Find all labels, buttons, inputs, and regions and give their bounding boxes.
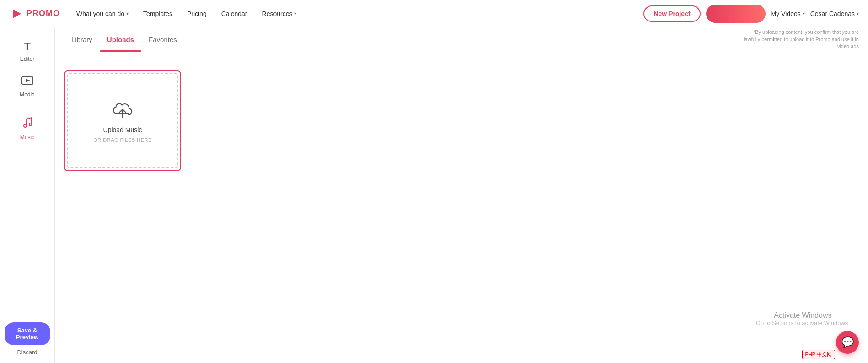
sidebar: T Editor Media Music bbox=[0, 27, 55, 363]
svg-marker-2 bbox=[26, 79, 30, 82]
upload-sub-text: OR DRAG FILES HERE bbox=[93, 137, 152, 143]
chevron-down-icon-my-videos: ▾ bbox=[803, 11, 805, 16]
chevron-down-icon-resources: ▾ bbox=[294, 11, 296, 16]
logo-text: PROMO bbox=[27, 9, 60, 18]
save-preview-button[interactable]: Save & Preview bbox=[5, 322, 50, 345]
chevron-down-icon-user: ▾ bbox=[857, 11, 859, 16]
tab-uploads[interactable]: Uploads bbox=[100, 27, 141, 52]
svg-marker-0 bbox=[13, 9, 21, 18]
discard-button[interactable]: Discard bbox=[17, 349, 37, 356]
upgrade-button[interactable]: upgrade bbox=[706, 5, 766, 23]
nav-item-pricing[interactable]: Pricing bbox=[182, 6, 212, 21]
chat-icon: 💬 bbox=[841, 336, 854, 348]
upload-cloud-icon bbox=[111, 99, 134, 123]
my-videos-menu[interactable]: My Videos ▾ bbox=[771, 10, 805, 17]
music-icon bbox=[22, 117, 33, 131]
svg-point-3 bbox=[24, 124, 27, 127]
upload-drop-zone[interactable]: Upload Music OR DRAG FILES HERE bbox=[67, 73, 178, 168]
nav-item-templates[interactable]: Templates bbox=[138, 6, 178, 21]
nav-item-what-you-can-do[interactable]: What you can do ▾ bbox=[71, 6, 134, 21]
media-icon bbox=[21, 75, 34, 89]
user-name-menu[interactable]: Cesar Cadenas ▾ bbox=[810, 10, 859, 17]
content-area: Library Uploads Favorites *By uploading … bbox=[55, 27, 868, 363]
editor-icon: T bbox=[24, 40, 31, 53]
sidebar-divider bbox=[5, 107, 49, 107]
navbar-right: New Project upgrade My Videos ▾ Cesar Ca… bbox=[643, 5, 859, 23]
php-watermark: PHP 中文网 bbox=[802, 350, 835, 359]
upload-container: Upload Music OR DRAG FILES HERE bbox=[55, 52, 868, 363]
chevron-down-icon: ▾ bbox=[126, 11, 129, 16]
new-project-button[interactable]: New Project bbox=[643, 5, 700, 22]
windows-watermark: Activate Windows Go to Settings to activ… bbox=[756, 311, 850, 326]
nav-item-calendar[interactable]: Calendar bbox=[216, 6, 253, 21]
sidebar-bottom: Save & Preview Discard bbox=[0, 322, 54, 363]
tabs-header: Library Uploads Favorites *By uploading … bbox=[55, 27, 868, 52]
nav-item-resources[interactable]: Resources ▾ bbox=[257, 6, 302, 21]
sidebar-item-editor[interactable]: T Editor bbox=[0, 35, 54, 68]
logo[interactable]: PROMO bbox=[9, 6, 60, 21]
svg-point-4 bbox=[29, 123, 32, 126]
upload-box-wrapper: Upload Music OR DRAG FILES HERE bbox=[64, 70, 181, 171]
upload-main-text: Upload Music bbox=[103, 126, 142, 133]
tab-favorites[interactable]: Favorites bbox=[141, 27, 184, 52]
chat-bubble[interactable]: 💬 bbox=[836, 331, 859, 354]
sidebar-item-music[interactable]: Music bbox=[0, 111, 54, 146]
sidebar-item-media[interactable]: Media bbox=[0, 69, 54, 103]
main-layout: T Editor Media Music bbox=[0, 27, 868, 363]
tab-library[interactable]: Library bbox=[64, 27, 100, 52]
disclaimer-text: *By uploading content, you confirm that … bbox=[740, 29, 859, 50]
navbar: PROMO What you can do ▾ Templates Pricin… bbox=[0, 0, 868, 27]
